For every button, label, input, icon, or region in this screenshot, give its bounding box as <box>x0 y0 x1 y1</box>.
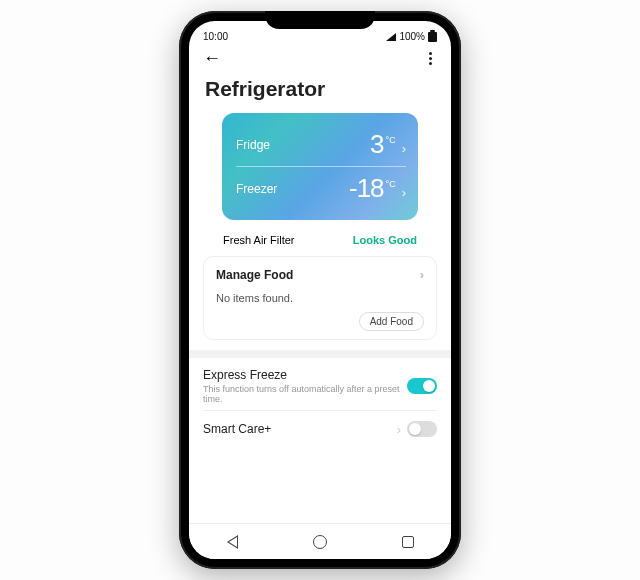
signal-icon <box>386 33 396 41</box>
app-bar: ← <box>189 43 451 69</box>
status-time: 10:00 <box>203 31 228 42</box>
notch <box>265 11 375 29</box>
freezer-unit: °C <box>386 179 396 189</box>
page-title: Refrigerator <box>205 77 437 101</box>
content-scroll[interactable]: Refrigerator Fridge 3 °C › Freezer -18 °… <box>189 69 451 523</box>
filter-status: Looks Good <box>353 234 417 246</box>
fridge-unit: °C <box>386 135 396 145</box>
manage-food-heading: Manage Food <box>216 268 293 282</box>
manage-food-card: Manage Food › No items found. Add Food <box>203 256 437 340</box>
smart-care-toggle[interactable] <box>407 421 437 437</box>
smart-care-name: Smart Care+ <box>203 422 271 436</box>
status-right: 100% <box>386 31 437 42</box>
fridge-value: 3 <box>370 129 383 160</box>
express-freeze-name: Express Freeze <box>203 368 407 382</box>
freezer-value: -18 <box>349 173 384 204</box>
chevron-right-icon: › <box>420 267 424 282</box>
express-freeze-toggle[interactable] <box>407 378 437 394</box>
more-options-button[interactable] <box>423 52 437 65</box>
nav-recents-button[interactable] <box>402 536 414 548</box>
screen: 10:00 100% ← Refrigerator Fridge 3 °C › <box>189 21 451 559</box>
smart-care-row[interactable]: Smart Care+ › <box>203 411 437 443</box>
fridge-label: Fridge <box>236 138 270 152</box>
chevron-right-icon: › <box>402 141 406 156</box>
battery-percent: 100% <box>399 31 425 42</box>
add-food-button[interactable]: Add Food <box>359 312 424 331</box>
chevron-right-icon: › <box>397 422 401 437</box>
system-nav-bar <box>189 523 451 559</box>
battery-icon <box>428 32 437 42</box>
nav-back-button[interactable] <box>227 535 238 549</box>
temperature-card: Fridge 3 °C › Freezer -18 °C › <box>222 113 418 220</box>
nav-home-button[interactable] <box>313 535 327 549</box>
fridge-temp-row[interactable]: Fridge 3 °C › <box>236 123 406 166</box>
air-filter-row: Fresh Air Filter Looks Good <box>203 230 437 256</box>
back-button[interactable]: ← <box>203 49 221 67</box>
filter-label: Fresh Air Filter <box>223 234 295 246</box>
section-separator <box>189 350 451 358</box>
manage-food-empty: No items found. <box>216 292 424 304</box>
express-freeze-desc: This function turns off automatically af… <box>203 384 407 404</box>
chevron-right-icon: › <box>402 185 406 200</box>
freezer-label: Freezer <box>236 182 277 196</box>
express-freeze-row[interactable]: Express Freeze This function turns off a… <box>203 358 437 411</box>
phone-frame: 10:00 100% ← Refrigerator Fridge 3 °C › <box>179 11 461 569</box>
manage-food-header[interactable]: Manage Food › <box>216 267 424 282</box>
freezer-temp-row[interactable]: Freezer -18 °C › <box>236 166 406 210</box>
